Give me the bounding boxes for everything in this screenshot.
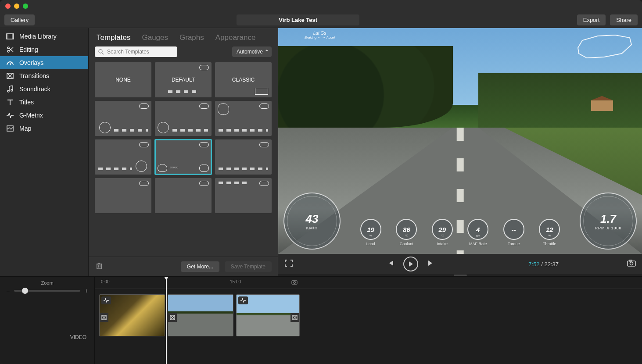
music-icon bbox=[6, 85, 14, 93]
step-forward-button[interactable] bbox=[428, 260, 433, 268]
zoom-out-button[interactable]: − bbox=[5, 287, 11, 294]
zoom-slider[interactable] bbox=[14, 290, 80, 292]
template-card[interactable] bbox=[155, 101, 212, 136]
speed-gauge: 43 KM/H bbox=[283, 193, 341, 250]
latgs-sub: Braking ← → Accel bbox=[305, 36, 335, 39]
svg-point-27 bbox=[294, 282, 296, 284]
zoom-in-button[interactable]: + bbox=[84, 287, 89, 294]
playback-bar: 7:52 / 22:37 bbox=[278, 254, 642, 274]
gauge-load: 19%Load bbox=[360, 219, 381, 246]
get-more-button[interactable]: Get More... bbox=[181, 261, 219, 272]
tab-appearance[interactable]: Appearance bbox=[215, 33, 256, 42]
template-card[interactable] bbox=[155, 178, 212, 213]
template-label: DEFAULT bbox=[172, 77, 195, 83]
video-clip[interactable] bbox=[168, 294, 233, 336]
svg-rect-0 bbox=[7, 34, 14, 39]
clip-handle-left[interactable] bbox=[168, 313, 177, 322]
window-titlebar bbox=[0, 0, 642, 12]
preview-panel: Lat Gs Braking ← → Accel 43 KM/H 1.7 RPM… bbox=[278, 28, 642, 276]
delete-template-button[interactable] bbox=[95, 262, 104, 271]
search-templates-input[interactable] bbox=[95, 46, 177, 57]
sidebar-item-mapععده[interactable]: Map bbox=[0, 122, 88, 135]
timeline: Zoom − + VIDEO 0:00 15:00 bbox=[0, 276, 642, 364]
clip-handle-left[interactable] bbox=[100, 313, 108, 322]
gauge-coolant: 86°CCoolant bbox=[396, 219, 417, 246]
speed-value: 43 bbox=[306, 212, 319, 226]
tab-templates[interactable]: Templates bbox=[97, 33, 130, 42]
overlays-tabs: Templates Gauges Graphs Appearance bbox=[89, 28, 278, 46]
templates-grid: NONE DEFAULT CLASSIC ○○○○ bbox=[89, 62, 278, 257]
timeline-ruler[interactable]: 0:00 15:00 bbox=[95, 277, 642, 289]
map-icon bbox=[6, 125, 14, 132]
project-title[interactable]: Virb Lake Test bbox=[237, 14, 359, 25]
svg-rect-18 bbox=[97, 264, 101, 269]
sidebar-item-soundtrack[interactable]: Soundtrack bbox=[0, 82, 88, 96]
close-window-button[interactable] bbox=[5, 4, 11, 9]
template-default[interactable]: DEFAULT bbox=[155, 62, 212, 97]
template-card[interactable] bbox=[95, 139, 151, 175]
ruler-tick: 0:00 bbox=[101, 279, 109, 284]
speed-label: KM/H bbox=[306, 226, 318, 230]
playback-time: 7:52 / 22:37 bbox=[528, 261, 559, 268]
template-card-selected[interactable]: ○○○○ bbox=[155, 139, 212, 175]
template-classic[interactable]: CLASSIC bbox=[215, 62, 272, 97]
svg-point-3 bbox=[7, 50, 9, 52]
template-card[interactable] bbox=[215, 101, 272, 136]
fullscreen-button[interactable] bbox=[284, 259, 293, 269]
share-button[interactable]: Share bbox=[610, 14, 638, 25]
transition-icon bbox=[6, 72, 14, 80]
sidebar-item-label: Titles bbox=[19, 99, 34, 106]
maximize-window-button[interactable] bbox=[23, 4, 28, 9]
tab-graphs[interactable]: Graphs bbox=[179, 33, 204, 42]
timeline-tracks[interactable]: 0:00 15:00 bbox=[95, 277, 642, 364]
sidebar-item-media-library[interactable]: Media Library bbox=[0, 30, 88, 43]
sidebar-item-overlays[interactable]: Overlays bbox=[0, 56, 88, 69]
zoom-thumb[interactable] bbox=[22, 288, 28, 294]
template-none[interactable]: NONE bbox=[95, 62, 151, 97]
step-back-button[interactable] bbox=[388, 260, 394, 268]
category-select[interactable]: Automotive bbox=[232, 46, 272, 57]
rpm-label: RPM X 1000 bbox=[595, 226, 621, 230]
video-clip[interactable] bbox=[236, 294, 300, 336]
pulse-icon bbox=[6, 111, 14, 119]
rpm-gauge: 1.7 RPM X 1000 bbox=[580, 193, 637, 250]
svg-point-16 bbox=[99, 50, 102, 53]
template-card[interactable] bbox=[215, 139, 272, 175]
video-preview[interactable]: Lat Gs Braking ← → Accel 43 KM/H 1.7 RPM… bbox=[278, 28, 642, 254]
template-card[interactable] bbox=[95, 101, 151, 136]
svg-point-11 bbox=[7, 90, 9, 92]
sidebar-item-label: Transitions bbox=[19, 72, 49, 79]
sidebar-item-label: Editing bbox=[19, 46, 38, 53]
sidebar-item-gmetrix[interactable]: G-Metrix bbox=[0, 109, 88, 122]
gauge-throttle: 12%Throttle bbox=[539, 219, 560, 246]
sidebar-item-label: G-Metrix bbox=[19, 112, 43, 119]
snapshot-button[interactable] bbox=[627, 260, 636, 268]
svg-point-4 bbox=[7, 47, 9, 49]
scissors-icon bbox=[6, 46, 14, 54]
minimize-window-button[interactable] bbox=[14, 4, 19, 9]
template-card[interactable] bbox=[215, 178, 272, 213]
zoom-label: Zoom bbox=[5, 280, 89, 285]
save-template-button: Save Template bbox=[225, 261, 272, 272]
template-label: NONE bbox=[115, 77, 131, 83]
export-button[interactable]: Export bbox=[577, 14, 606, 25]
text-icon bbox=[6, 98, 14, 106]
gauge-icon bbox=[6, 59, 14, 67]
sidebar-item-titles[interactable]: Titles bbox=[0, 96, 88, 109]
clip-handle-right[interactable] bbox=[291, 313, 299, 322]
gauge-torque: --Torque bbox=[503, 219, 524, 246]
video-clip[interactable] bbox=[99, 294, 165, 336]
tab-gauges[interactable]: Gauges bbox=[142, 33, 168, 42]
latgs-overlay: Lat Gs Braking ← → Accel bbox=[305, 31, 335, 39]
small-gauges-row: 19%Load 86°CCoolant 29°CIntake 4g/sMAF R… bbox=[353, 219, 567, 246]
gmetrix-badge-icon bbox=[238, 296, 248, 304]
playhead[interactable] bbox=[166, 277, 167, 364]
sidebar-item-editing[interactable]: Editing bbox=[0, 43, 88, 56]
sidebar-item-label: Overlays bbox=[19, 59, 43, 66]
sidebar-item-transitions[interactable]: Transitions bbox=[0, 69, 88, 82]
gallery-button[interactable]: Gallery bbox=[4, 14, 35, 25]
sidebar: Media Library Editing Overlays Transitio… bbox=[0, 28, 89, 276]
template-card[interactable] bbox=[95, 178, 151, 213]
svg-point-12 bbox=[11, 89, 13, 91]
play-button[interactable] bbox=[403, 257, 418, 271]
